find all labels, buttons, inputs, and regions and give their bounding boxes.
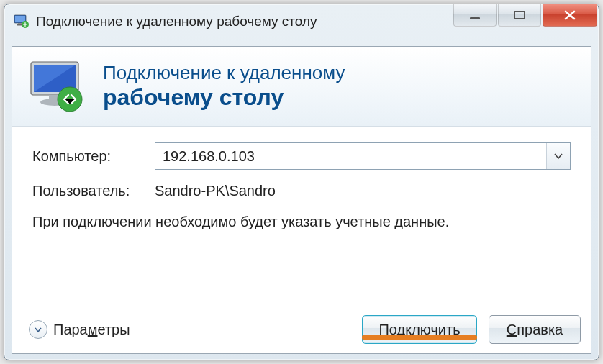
user-row: Пользователь: Sandro-PK\Sandro bbox=[32, 183, 571, 199]
options-label: Параметры bbox=[53, 322, 130, 338]
remote-desktop-window: Подключение к удаленному рабочему столу bbox=[4, 4, 599, 360]
client-area: Подключение к удаленному рабочему столу … bbox=[12, 46, 591, 354]
rdp-icon bbox=[13, 13, 30, 30]
maximize-button[interactable] bbox=[498, 4, 541, 27]
header-title-line1: Подключение к удаленному bbox=[103, 63, 345, 83]
footer: Параметры Подключить Справка bbox=[22, 314, 581, 345]
minimize-button[interactable] bbox=[453, 4, 497, 27]
chevron-down-icon bbox=[553, 153, 563, 160]
form-area: Компьютер: Пользователь: Sandro-PK\Sandr… bbox=[12, 127, 591, 232]
computer-label: Компьютер: bbox=[32, 148, 155, 165]
header-title: Подключение к удаленному рабочему столу bbox=[103, 63, 345, 110]
dropdown-button[interactable] bbox=[546, 143, 570, 169]
options-button[interactable]: Параметры bbox=[22, 314, 137, 345]
user-value: Sandro-PK\Sandro bbox=[155, 183, 276, 199]
info-text: При подключении необходимо будет указать… bbox=[32, 212, 571, 232]
svg-rect-5 bbox=[470, 17, 480, 19]
monitor-icon bbox=[25, 58, 90, 115]
header-banner: Подключение к удаленному рабочему столу bbox=[12, 47, 591, 127]
computer-combobox[interactable] bbox=[155, 142, 571, 170]
svg-rect-6 bbox=[514, 12, 525, 19]
window-controls bbox=[453, 4, 597, 27]
help-button[interactable]: Справка bbox=[489, 315, 581, 344]
computer-input[interactable] bbox=[155, 142, 571, 170]
header-title-line2: рабочему столу bbox=[103, 85, 345, 110]
user-label: Пользователь: bbox=[32, 183, 155, 199]
close-button[interactable] bbox=[543, 4, 597, 27]
highlight-bar bbox=[362, 335, 477, 340]
computer-row: Компьютер: bbox=[32, 142, 571, 170]
connect-button[interactable]: Подключить bbox=[362, 315, 477, 344]
expand-icon bbox=[29, 320, 47, 339]
